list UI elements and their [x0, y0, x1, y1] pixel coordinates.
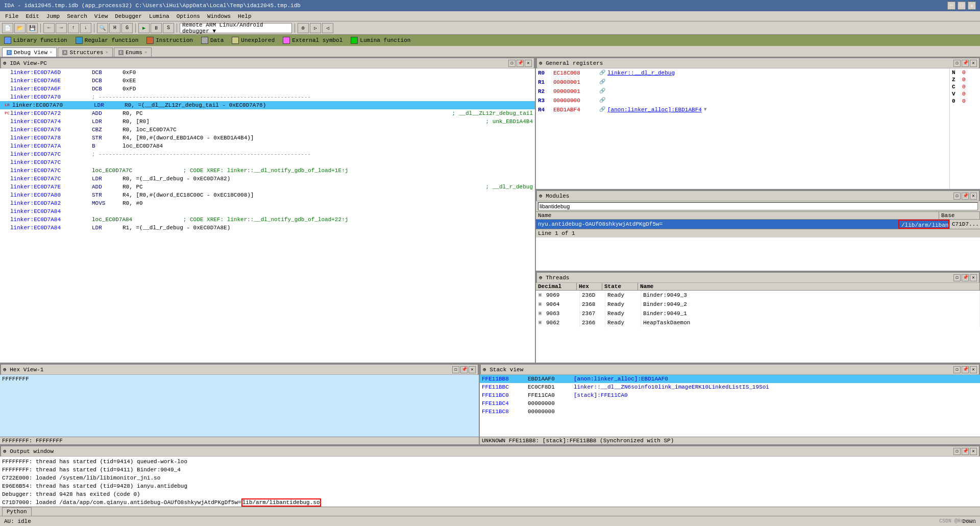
- output-pin[interactable]: 📌: [962, 448, 969, 455]
- maximize-button[interactable]: □: [958, 2, 966, 10]
- code-line-blank1[interactable]: linker:EC0D7A7C: [0, 158, 535, 166]
- ida-view-icon: D: [7, 50, 12, 55]
- stack-view-pin[interactable]: 📌: [962, 366, 969, 373]
- threads-pin[interactable]: 📌: [962, 274, 969, 281]
- code-line-ec0d7a84-ldr[interactable]: linker:EC0D7A84 LDR R1, =(__dl_r_debug -…: [0, 224, 535, 232]
- menu-search[interactable]: Search: [64, 13, 90, 20]
- tab-structures[interactable]: A Structures ✕: [58, 47, 112, 57]
- stack-row-2[interactable]: FFE11BBC EC0CF8D1 linker::__dl__ZN6soinf…: [480, 383, 980, 391]
- toolbar-back[interactable]: ←: [43, 23, 55, 33]
- code-line-ec0d7a7a[interactable]: linker:EC0D7A7A B loc_EC0D7A84: [0, 142, 535, 150]
- tab-ida-view[interactable]: D Debug View ✕: [2, 47, 57, 57]
- toolbar-new[interactable]: 📄: [2, 23, 13, 33]
- toolbar-step[interactable]: S: [163, 23, 174, 33]
- menu-debugger[interactable]: Debugger: [112, 13, 145, 20]
- code-line-ec0d7a6e[interactable]: linker:EC0D7A6E DCB 0xEE: [0, 77, 535, 85]
- toolbar-run[interactable]: ▶: [138, 23, 150, 33]
- output-close[interactable]: ✕: [970, 448, 977, 455]
- hex-view-btns: ◻ 📌 ✕: [452, 366, 476, 373]
- code-line-loc-84[interactable]: linker:EC0D7A84 loc_EC0D7A84 ; CODE XREF…: [0, 216, 535, 224]
- code-line-ec0d7a7c-ldr[interactable]: linker:EC0D7A7C LDR R0, =(__dl_r_debug -…: [0, 175, 535, 183]
- gen-reg-pin[interactable]: 📌: [962, 60, 969, 67]
- reg-r0-link[interactable]: linker::__dl_r_debug: [607, 68, 675, 78]
- output-content[interactable]: FFFFFFFF: thread has started (tid=9414) …: [0, 457, 980, 507]
- toolbar-extra2[interactable]: ▷: [310, 23, 321, 33]
- flag-n: N 0: [952, 69, 978, 76]
- modules-pin[interactable]: 📌: [962, 193, 969, 200]
- toolbar-down[interactable]: ↓: [80, 23, 91, 33]
- code-line-blank2[interactable]: linker:EC0D7A84: [0, 207, 535, 216]
- stack-content[interactable]: FFE11BB8 EBD1AAF0 [anon:linker_alloc]:EB…: [480, 375, 980, 437]
- code-line-ec0d7a76[interactable]: linker:EC0D7A76 CBZ R0, loc_EC0D7A7C: [0, 126, 535, 134]
- code-line-ec0d7a7e[interactable]: linker:EC0D7A7E ADD R0, PC ; __dl_r_debu…: [0, 183, 535, 191]
- toolbar-graph[interactable]: G: [121, 23, 133, 33]
- ida-view-close[interactable]: ✕: [525, 60, 532, 67]
- code-line-sep2[interactable]: linker:EC0D7A7C ; ----------------------…: [0, 150, 535, 158]
- code-line-ec0d7a6d[interactable]: linker:EC0D7A6D DCB 0xF0: [0, 68, 535, 77]
- python-tab[interactable]: Python: [2, 507, 32, 516]
- stack-row-3[interactable]: FFE11BC0 FFE11CA0 [stack]:FFE11CA0: [480, 391, 980, 399]
- ida-view-content[interactable]: linker:EC0D7A6D DCB 0xF0 linker:EC0D7A6E…: [0, 68, 535, 363]
- toolbar-save[interactable]: 💾: [27, 23, 38, 33]
- toolbar-extra3[interactable]: ◁: [322, 23, 333, 33]
- ida-view-pin[interactable]: 📌: [517, 60, 524, 67]
- threads-row-9063[interactable]: ▣ 9063 2367 Ready Binder:9049_1: [536, 309, 980, 318]
- output-restore[interactable]: ◻: [953, 448, 961, 455]
- tab-structures-close[interactable]: ✕: [105, 50, 108, 55]
- modules-close[interactable]: ✕: [970, 193, 977, 200]
- tab-ida-view-close[interactable]: ✕: [50, 50, 52, 55]
- tab-enums[interactable]: E Enums ✕: [114, 47, 152, 57]
- toolbar-hex[interactable]: H: [109, 23, 120, 33]
- menu-file[interactable]: File: [2, 13, 21, 20]
- toolbar-fwd[interactable]: →: [56, 23, 67, 33]
- stack-view-restore[interactable]: ◻: [953, 366, 961, 373]
- hex-content[interactable]: FFFFFFFF: [0, 375, 479, 437]
- close-button[interactable]: ✕: [968, 2, 976, 10]
- modules-row-selected[interactable]: nyu.antidebug-OAUfO8shkywjAtdPKgDf5w= /l…: [536, 220, 980, 229]
- modules-search-input[interactable]: [538, 202, 978, 210]
- menu-options[interactable]: Options: [174, 13, 203, 20]
- code-line-ec0d7a74[interactable]: linker:EC0D7A74 LDR R0, [R0] ; unk_EBD1A…: [0, 117, 535, 126]
- thread-icon-1: ▣: [536, 291, 544, 300]
- menu-windows[interactable]: Windows: [204, 13, 234, 20]
- minimize-button[interactable]: ─: [947, 2, 955, 10]
- code-line-loc-7c[interactable]: linker:EC0D7A7C loc_EC0D7A7C ; CODE XREF…: [0, 166, 535, 175]
- menu-jump[interactable]: Jump: [43, 13, 63, 20]
- menu-help[interactable]: Help: [235, 13, 254, 20]
- threads-row-9064[interactable]: ▣ 9064 2368 Ready Binder:9049_2: [536, 300, 980, 309]
- ida-code-area[interactable]: linker:EC0D7A6D DCB 0xF0 linker:EC0D7A6E…: [0, 68, 535, 363]
- threads-close[interactable]: ✕: [970, 274, 977, 281]
- threads-row-9062[interactable]: ▣ 9062 2366 Ready HeapTaskDaemon: [536, 318, 980, 327]
- hex-view-restore[interactable]: ◻: [452, 366, 459, 373]
- code-line-ec0d7a70-sep[interactable]: linker:EC0D7A70 ; ----------------------…: [0, 93, 535, 101]
- gen-reg-close[interactable]: ✕: [970, 60, 977, 67]
- menu-view[interactable]: View: [91, 13, 111, 20]
- code-line-ec0d7a6f[interactable]: linker:EC0D7A6F DCB 0xFD: [0, 85, 535, 93]
- stack-row-1[interactable]: FFE11BB8 EBD1AAF0 [anon:linker_alloc]:EB…: [480, 375, 980, 383]
- threads-restore[interactable]: ◻: [953, 274, 961, 281]
- reg-r4-link[interactable]: [anon:linker_alloc]:EBD1ABF4: [607, 105, 702, 114]
- tab-enums-close[interactable]: ✕: [144, 50, 147, 55]
- code-line-ec0d7a72[interactable]: linker:EC0D7A72 ADD R0, PC ; __dl__ZL12r…: [0, 109, 535, 117]
- menu-lumina[interactable]: Lumina: [146, 13, 173, 20]
- threads-row-9069[interactable]: ▣ 9069 236D Ready Binder:9049_3: [536, 291, 980, 300]
- code-line-ec0d7a82[interactable]: linker:EC0D7A82 MOVS R0, #0: [0, 199, 535, 207]
- gen-reg-restore[interactable]: ◻: [953, 60, 961, 67]
- code-line-ec0d7a80[interactable]: linker:EC0D7A80 STR R4, [R0,#(dword_EC18…: [0, 191, 535, 199]
- toolbar-pause[interactable]: ⏸: [151, 23, 162, 33]
- hex-view-close[interactable]: ✕: [469, 366, 476, 373]
- hex-view-pin[interactable]: 📌: [460, 366, 468, 373]
- menu-edit[interactable]: Edit: [22, 13, 42, 20]
- toolbar-search[interactable]: 🔍: [97, 23, 108, 33]
- debugger-select[interactable]: Remote ARM Linux/Android debugger ▼: [180, 23, 292, 33]
- stack-row-4[interactable]: FFE11BC4 00000000: [480, 399, 980, 408]
- stack-row-5[interactable]: FFE11BC8 00000000: [480, 408, 980, 416]
- modules-restore[interactable]: ◻: [953, 193, 961, 200]
- ida-view-restore[interactable]: ◻: [508, 60, 516, 67]
- stack-view-close[interactable]: ✕: [970, 366, 977, 373]
- toolbar-extra1[interactable]: ⚙: [298, 23, 309, 33]
- toolbar-up[interactable]: ↑: [68, 23, 79, 33]
- code-line-ec0d7a70-ldr[interactable]: LRPC linker:EC0D7A70 LDR R0, =(__dl__ZL1…: [0, 101, 535, 109]
- code-line-ec0d7a78[interactable]: linker:EC0D7A78 STR R4, [R0,#(dword_EBD1…: [0, 134, 535, 142]
- toolbar-open[interactable]: 📂: [14, 23, 26, 33]
